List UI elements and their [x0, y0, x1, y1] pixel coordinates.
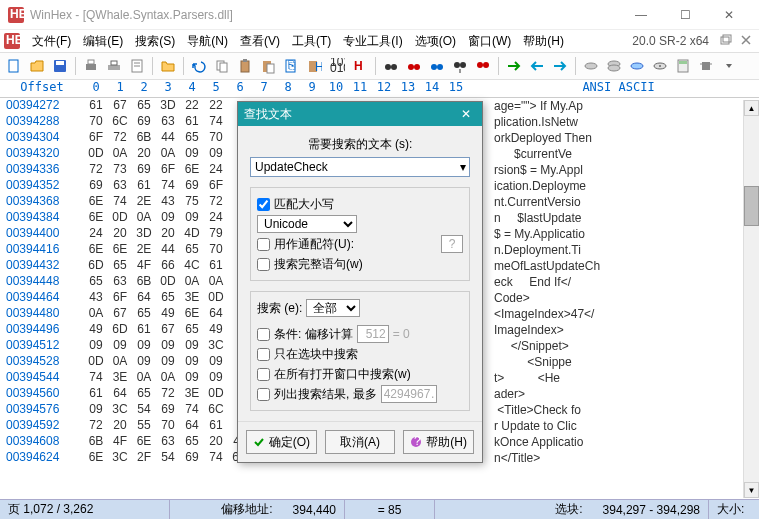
menu-search[interactable]: 搜索(S) — [129, 31, 181, 52]
hex-cell[interactable]: 0A — [156, 370, 180, 386]
hex-cell[interactable]: 09 — [156, 338, 180, 354]
menu-nav[interactable]: 导航(N) — [181, 31, 234, 52]
hex-cell[interactable]: 09 — [204, 354, 228, 370]
hex-cell[interactable]: 6E — [84, 242, 108, 258]
hex-cell[interactable]: 09 — [156, 210, 180, 226]
wildcard-input[interactable] — [441, 235, 463, 253]
scroll-down-icon[interactable]: ▼ — [744, 482, 759, 498]
ascii-cell[interactable]: $ = My.Applicatio — [494, 226, 742, 242]
hex-cell[interactable]: 6E — [84, 450, 108, 466]
hex-cell[interactable]: 3C — [108, 402, 132, 418]
hex-cell[interactable]: 64 — [180, 418, 204, 434]
ascii-cell[interactable]: </Snippet> — [494, 338, 742, 354]
ascii-cell[interactable]: kOnce Applicatio — [494, 434, 742, 450]
hex-cell[interactable]: 65 — [180, 434, 204, 450]
undo-icon[interactable] — [189, 56, 209, 76]
hex-cell[interactable]: 09 — [180, 370, 204, 386]
wildcard-checkbox[interactable] — [257, 238, 270, 251]
printer-icon[interactable] — [104, 56, 124, 76]
hex-cell[interactable]: 72 — [156, 386, 180, 402]
menu-stools[interactable]: 专业工具(I) — [337, 31, 408, 52]
hex-cell[interactable]: 44 — [156, 242, 180, 258]
list-max-input[interactable] — [381, 385, 437, 403]
minimize-button[interactable]: — — [619, 1, 663, 29]
menu-help[interactable]: 帮助(H) — [517, 31, 570, 52]
hex-cell[interactable]: 61 — [180, 114, 204, 130]
hex-cell[interactable]: 63 — [108, 274, 132, 290]
hex-cell[interactable]: 67 — [108, 98, 132, 114]
disk3-icon[interactable] — [627, 56, 647, 76]
scrollbar[interactable]: ▲ ▼ — [743, 100, 759, 498]
hex-cell[interactable]: 6F — [108, 290, 132, 306]
hex-cell[interactable]: 2E — [132, 194, 156, 210]
whole-word-checkbox[interactable] — [257, 258, 270, 271]
hex-cell[interactable]: 0A — [108, 146, 132, 162]
hex-cell[interactable]: 20 — [108, 226, 132, 242]
menu-window[interactable]: 窗口(W) — [462, 31, 517, 52]
hex-cell[interactable]: 0A — [84, 306, 108, 322]
hex-cell[interactable]: 64 — [132, 290, 156, 306]
hex-cell[interactable]: 74 — [156, 178, 180, 194]
hex-cell[interactable]: 64 — [108, 386, 132, 402]
ascii-cell[interactable]: ImageIndex> — [494, 322, 742, 338]
hex-cell[interactable]: 24 — [84, 226, 108, 242]
hex-cell[interactable]: 69 — [132, 162, 156, 178]
hex-cell[interactable]: 69 — [180, 450, 204, 466]
hex-cell[interactable]: 09 — [180, 338, 204, 354]
scope-select[interactable]: 全部 — [306, 299, 360, 317]
hex-cell[interactable]: 61 — [204, 258, 228, 274]
chip-icon[interactable] — [696, 56, 716, 76]
cut-icon[interactable]: ⎘ — [281, 56, 301, 76]
match-case-checkbox[interactable] — [257, 198, 270, 211]
hex-cell[interactable]: 61 — [132, 322, 156, 338]
hex-cell[interactable]: 3E — [180, 290, 204, 306]
menu-view[interactable]: 查看(V) — [234, 31, 286, 52]
find-again-icon[interactable] — [473, 56, 493, 76]
hex-cell[interactable]: 69 — [180, 178, 204, 194]
cond-checkbox[interactable] — [257, 328, 270, 341]
ascii-cell[interactable]: rsion$ = My.Appl — [494, 162, 742, 178]
hex-cell[interactable]: 69 — [84, 178, 108, 194]
hex-cell[interactable]: 0A — [132, 210, 156, 226]
hex-cell[interactable]: 55 — [132, 418, 156, 434]
dropdown-icon[interactable]: ▾ — [460, 160, 466, 174]
hex-cell[interactable]: 20 — [156, 226, 180, 242]
hex-cell[interactable]: 43 — [84, 290, 108, 306]
hex-cell[interactable]: 0A — [132, 370, 156, 386]
dropdown-icon[interactable] — [719, 56, 739, 76]
hex-cell[interactable]: 65 — [108, 258, 132, 274]
hex-cell[interactable]: 63 — [156, 114, 180, 130]
hex-cell[interactable]: 6C — [108, 114, 132, 130]
hex-cell[interactable]: 6E — [84, 194, 108, 210]
ascii-cell[interactable]: $currentVe — [494, 146, 742, 162]
binoculars-icon[interactable] — [381, 56, 401, 76]
maximize-button[interactable]: ☐ — [663, 1, 707, 29]
search-input[interactable] — [250, 157, 470, 177]
hex-cell[interactable]: 6D — [108, 322, 132, 338]
copy-icon[interactable] — [212, 56, 232, 76]
new-icon[interactable] — [4, 56, 24, 76]
hex-cell[interactable]: 3D — [156, 98, 180, 114]
folder-icon[interactable] — [158, 56, 178, 76]
hex-cell[interactable]: 70 — [204, 130, 228, 146]
print-icon[interactable] — [81, 56, 101, 76]
hex-cell[interactable]: 72 — [204, 194, 228, 210]
hex-cell[interactable]: 65 — [132, 98, 156, 114]
ascii-cell[interactable]: n</Title> — [494, 450, 742, 466]
close-button[interactable]: ✕ — [707, 1, 751, 29]
hex-cell[interactable]: 66 — [156, 258, 180, 274]
hex-cell[interactable]: 6E — [84, 210, 108, 226]
hex-cell[interactable]: 72 — [108, 130, 132, 146]
hex-cell[interactable]: 49 — [156, 306, 180, 322]
hex-cell[interactable]: 3E — [180, 386, 204, 402]
hex-cell[interactable]: 0A — [180, 274, 204, 290]
hex-cell[interactable]: 74 — [204, 450, 228, 466]
hex-cell[interactable]: 09 — [132, 354, 156, 370]
hex-cell[interactable]: 2E — [132, 242, 156, 258]
mdi-close-icon[interactable] — [739, 33, 755, 49]
dialog-titlebar[interactable]: 查找文本 ✕ — [238, 102, 482, 126]
hex-cell[interactable]: 65 — [132, 306, 156, 322]
hex-cell[interactable]: 65 — [180, 242, 204, 258]
scroll-up-icon[interactable]: ▲ — [744, 100, 759, 116]
hex-cell[interactable]: 24 — [204, 162, 228, 178]
